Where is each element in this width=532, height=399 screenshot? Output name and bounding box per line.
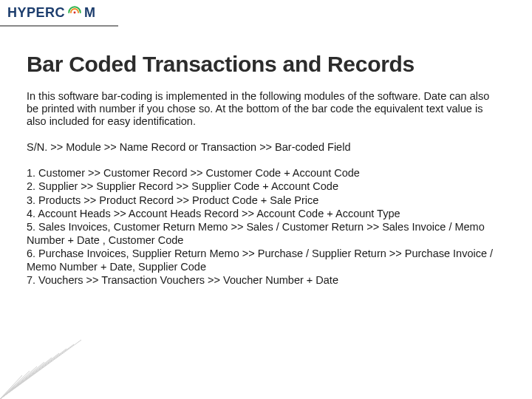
- list-item: 2. Supplier >> Supplier Record >> Suppli…: [27, 180, 499, 193]
- svg-line-9: [0, 375, 22, 399]
- list-item: 3. Products >> Product Record >> Product…: [27, 194, 499, 207]
- svg-line-7: [0, 366, 37, 399]
- list-item: 4. Account Heads >> Account Heads Record…: [27, 207, 499, 220]
- svg-line-1: [0, 340, 81, 399]
- svg-line-3: [0, 349, 66, 399]
- list-item: 7. Vouchers >> Transaction Vouchers >> V…: [27, 273, 499, 287]
- svg-line-4: [0, 353, 59, 399]
- column-header-row: S/N. >> Module >> Name Record or Transac…: [27, 141, 505, 153]
- decorative-corner-lines: [0, 325, 81, 399]
- svg-line-6: [0, 362, 44, 399]
- intro-paragraph: In this software bar-coding is implement…: [27, 90, 499, 128]
- page-title: Bar Coded Transactions and Records: [27, 52, 505, 77]
- svg-line-2: [0, 344, 74, 399]
- list-item: 6. Purchase Invoices, Supplier Return Me…: [27, 247, 499, 273]
- brand-logo: HYPERC M: [7, 4, 96, 21]
- slide-content: Bar Coded Transactions and Records In th…: [27, 52, 505, 287]
- svg-line-5: [0, 358, 52, 399]
- logo-text-part1: HYPERC: [7, 5, 65, 21]
- barcode-modules-list: 1. Customer >> Customer Record >> Custom…: [27, 166, 499, 287]
- list-item: 1. Customer >> Customer Record >> Custom…: [27, 166, 499, 180]
- svg-line-8: [0, 371, 30, 399]
- logo-text-part2: M: [84, 5, 96, 21]
- svg-point-0: [74, 12, 76, 14]
- wifi-icon: [66, 4, 83, 21]
- logo-underline: [0, 25, 118, 27]
- list-item: 5. Sales Invoices, Customer Return Memo …: [27, 220, 499, 247]
